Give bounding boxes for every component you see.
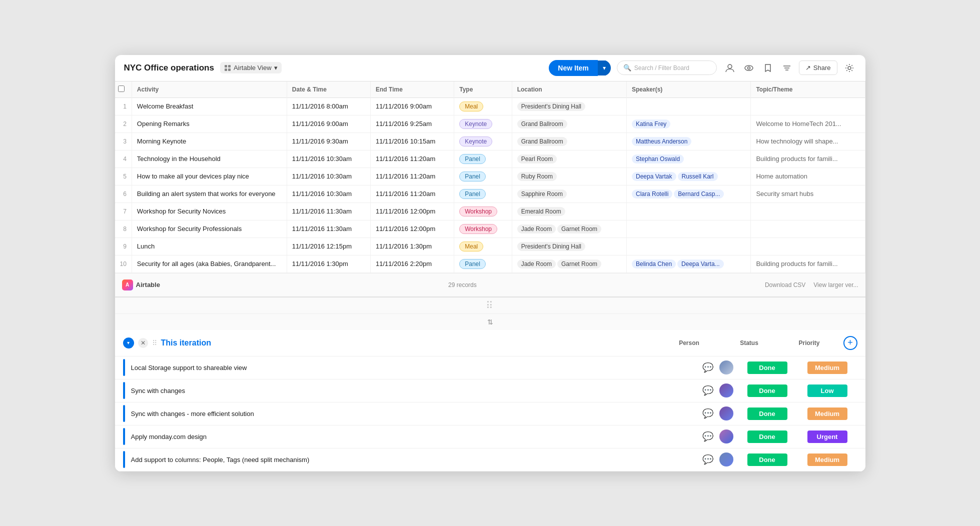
- row-activity[interactable]: Lunch: [132, 238, 287, 255]
- table-row[interactable]: 10Security for all ages (aka Babies, Gra…: [115, 255, 865, 272]
- resize-handle[interactable]: ⠿: [115, 298, 865, 314]
- row-speakers: [627, 238, 751, 255]
- task-row[interactable]: Apply monday.com design 💬 Done Urgent: [115, 426, 865, 448]
- location-tag: President's Dining Hall: [517, 102, 585, 111]
- task-left-bar: [123, 405, 125, 422]
- row-activity[interactable]: Technology in the Household: [132, 150, 287, 168]
- task-row[interactable]: Sync with changes - more efficient solut…: [115, 402, 865, 426]
- table-row[interactable]: 1Welcome Breakfast11/11/2016 8:00am11/11…: [115, 98, 865, 115]
- location-tag: Ruby Room: [517, 172, 557, 181]
- row-activity[interactable]: Opening Remarks: [132, 115, 287, 132]
- row-type: Panel: [454, 255, 512, 272]
- row-endtime: 11/11/2016 11:20am: [371, 185, 454, 202]
- airtable-brand-label: Airtable: [136, 281, 160, 288]
- bookmark-icon-btn[interactable]: [761, 61, 775, 75]
- airtable-branding: A Airtable: [122, 280, 160, 290]
- type-badge: Keynote: [459, 136, 492, 146]
- table-row[interactable]: 9Lunch11/11/2016 12:15pm11/11/2016 1:30p…: [115, 238, 865, 255]
- view-badge[interactable]: Airtable View ▾: [220, 62, 282, 74]
- monday-col-status: Status: [719, 340, 779, 346]
- col-topic[interactable]: Topic/Theme: [751, 82, 865, 98]
- row-datetime: 11/11/2016 9:00am: [287, 115, 370, 132]
- view-larger-link[interactable]: View larger ver...: [813, 282, 858, 288]
- eye-icon-btn[interactable]: [742, 61, 756, 75]
- collapse-arrow-icon[interactable]: ⇅: [485, 316, 495, 328]
- table-row[interactable]: 7Workshop for Security Novices11/11/2016…: [115, 202, 865, 220]
- comment-icon[interactable]: 💬: [702, 385, 713, 396]
- type-badge: Panel: [459, 259, 486, 269]
- table-row[interactable]: 8Workshop for Security Professionals11/1…: [115, 220, 865, 238]
- row-topic: Home automation: [751, 168, 865, 185]
- row-activity[interactable]: Morning Keynote: [132, 132, 287, 150]
- task-left-bar: [123, 428, 125, 445]
- new-item-main-btn[interactable]: New Item: [549, 60, 597, 76]
- table-row[interactable]: 5How to make all your devices play nice1…: [115, 168, 865, 185]
- filter-icon-btn[interactable]: [780, 61, 794, 75]
- select-all-checkbox[interactable]: [118, 86, 125, 92]
- new-item-dropdown-btn[interactable]: ▾: [598, 60, 611, 76]
- monday-toggle-btn[interactable]: ▾: [123, 338, 134, 348]
- col-speakers[interactable]: Speaker(s): [627, 82, 751, 98]
- location-tag: President's Dining Hall: [517, 242, 585, 251]
- row-speakers: [627, 220, 751, 238]
- status-badge: Done: [747, 454, 787, 466]
- location-tag: Pearl Room: [517, 154, 557, 164]
- comment-icon[interactable]: 💬: [702, 431, 713, 442]
- priority-badge: Urgent: [807, 430, 847, 443]
- row-location: Jade RoomGarnet Room: [512, 255, 626, 272]
- row-location: Pearl Room: [512, 150, 626, 168]
- col-location[interactable]: Location: [512, 82, 626, 98]
- task-row[interactable]: Add support to columns: People, Tags (ne…: [115, 448, 865, 472]
- task-left-bar: [123, 451, 125, 468]
- task-name: Local Storage support to shareable view: [131, 364, 702, 372]
- monday-close-btn[interactable]: ✕: [138, 338, 148, 348]
- share-button[interactable]: ↗ Share: [799, 60, 837, 75]
- row-activity[interactable]: Welcome Breakfast: [132, 98, 287, 115]
- speaker-tag: Mattheus Anderson: [632, 137, 691, 146]
- search-box[interactable]: 🔍 Search / Filter Board: [617, 60, 717, 75]
- row-type: Panel: [454, 185, 512, 202]
- new-item-button[interactable]: New Item ▾: [549, 60, 610, 76]
- comment-icon[interactable]: 💬: [702, 362, 713, 373]
- row-activity[interactable]: Security for all ages (aka Babies, Grand…: [132, 255, 287, 272]
- comment-icon[interactable]: 💬: [702, 408, 713, 419]
- table-row[interactable]: 2Opening Remarks11/11/2016 9:00am11/11/2…: [115, 115, 865, 132]
- col-endtime[interactable]: End Time: [371, 82, 454, 98]
- bookmark-icon: [763, 63, 773, 73]
- priority-badge: Medium: [807, 454, 847, 466]
- row-activity[interactable]: Building an alert system that works for …: [132, 185, 287, 202]
- task-avatar: [719, 360, 733, 374]
- table-row[interactable]: 4Technology in the Household11/11/2016 1…: [115, 150, 865, 168]
- user-icon-btn[interactable]: [723, 61, 737, 75]
- row-endtime: 11/11/2016 2:20pm: [371, 255, 454, 272]
- task-avatar: [719, 452, 733, 466]
- settings-icon-btn[interactable]: [842, 61, 856, 75]
- row-topic: [751, 202, 865, 220]
- download-csv-link[interactable]: Download CSV: [765, 282, 805, 288]
- table-row[interactable]: 3Morning Keynote11/11/2016 9:30am11/11/2…: [115, 132, 865, 150]
- col-datetime[interactable]: Date & Time: [287, 82, 370, 98]
- svg-rect-3: [228, 68, 231, 71]
- col-type[interactable]: Type: [454, 82, 512, 98]
- row-location: President's Dining Hall: [512, 98, 626, 115]
- add-column-btn[interactable]: +: [843, 336, 857, 350]
- row-datetime: 11/11/2016 10:30am: [287, 185, 370, 202]
- row-topic: [751, 98, 865, 115]
- row-endtime: 11/11/2016 9:25am: [371, 115, 454, 132]
- task-row[interactable]: Local Storage support to shareable view …: [115, 356, 865, 380]
- task-priority-cell: Medium: [797, 408, 857, 420]
- table-row[interactable]: 6Building an alert system that works for…: [115, 185, 865, 202]
- row-activity[interactable]: Workshop for Security Novices: [132, 202, 287, 220]
- col-activity[interactable]: Activity: [132, 82, 287, 98]
- task-avatar: [719, 430, 733, 444]
- task-row[interactable]: Sync with changes 💬 Done Low: [115, 380, 865, 402]
- row-endtime: 11/11/2016 12:00pm: [371, 202, 454, 220]
- row-activity[interactable]: How to make all your devices play nice: [132, 168, 287, 185]
- row-activity[interactable]: Workshop for Security Professionals: [132, 220, 287, 238]
- location-tag: Emerald Room: [517, 207, 565, 216]
- status-badge: Done: [747, 408, 787, 420]
- monday-group-title: This iteration: [161, 338, 211, 348]
- speaker-tag: Belinda Chen: [632, 260, 676, 268]
- monday-drag-handle[interactable]: ⠿: [152, 339, 157, 347]
- comment-icon[interactable]: 💬: [702, 454, 713, 465]
